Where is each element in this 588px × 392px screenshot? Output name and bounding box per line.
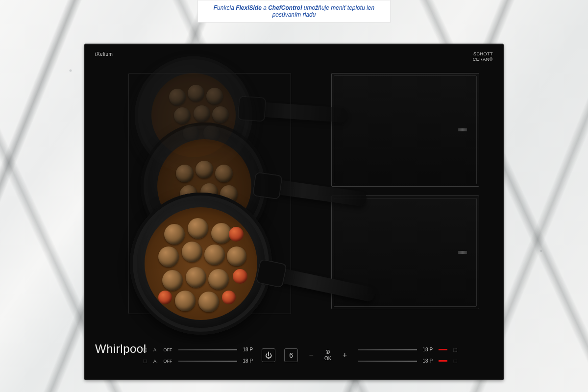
zone-indicator-icon: ⬚ [143, 347, 147, 352]
meatball [182, 242, 202, 262]
meatball [186, 267, 206, 288]
meatball [206, 88, 223, 104]
right-zone-readout: 18 P ⬚ 18 P ⬚ [358, 347, 458, 364]
power-slider[interactable] [358, 349, 417, 350]
zone-indicator-icon: ⬚ [143, 359, 147, 364]
meatball [198, 292, 219, 312]
meatball [196, 161, 213, 178]
corner-label-ixelium: iXelium [95, 51, 113, 57]
power-slider[interactable] [358, 361, 417, 362]
meatball [169, 89, 186, 105]
feature-caption: Funkcia FlexiSide a ChefControl umožňuje… [197, 0, 391, 23]
meatball [194, 105, 210, 122]
control-panel: ⬚ A. OFF 18 P ⬚ A. OFF 18 P ⏻ 6 − ⦿ [143, 338, 489, 372]
zone-indicator-icon: ⬚ [453, 347, 458, 352]
cherry-tomato [233, 269, 247, 284]
plus-button[interactable]: + [341, 351, 349, 360]
meatball [188, 85, 204, 101]
meatball [227, 246, 246, 266]
meatball [204, 245, 225, 265]
zone-bridge-icon [458, 251, 467, 254]
sixth-sense-button[interactable]: 6 [284, 348, 298, 362]
meatball [158, 246, 179, 267]
minus-button[interactable]: − [307, 351, 316, 360]
power-digit-bottom: A. [153, 359, 158, 364]
caption-bold-chefcontrol: ChefControl [268, 4, 302, 11]
meatball [176, 165, 194, 182]
power-level-bar [439, 360, 447, 362]
power-slider[interactable] [178, 361, 237, 362]
meatball [215, 165, 233, 182]
power-max-label: 18 P [243, 358, 253, 364]
cherry-tomato [229, 227, 244, 242]
off-label: OFF [164, 347, 172, 352]
timer-icon: ⦿ [325, 349, 330, 355]
meatball [174, 107, 191, 124]
right-zone-top [331, 73, 479, 187]
power-button[interactable]: ⏻ [262, 348, 275, 362]
meatball [188, 218, 208, 239]
meatball [164, 224, 185, 245]
caption-bold-flexiside: FlexiSide [236, 4, 262, 11]
stage: Funkcia FlexiSide a ChefControl umožňuje… [0, 0, 588, 392]
meatball [162, 270, 183, 291]
left-zone-readout: ⬚ A. OFF 18 P ⬚ A. OFF 18 P [143, 347, 253, 364]
power-max-label: 18 P [423, 358, 433, 364]
cherry-tomato [222, 291, 236, 304]
power-slider[interactable] [178, 349, 237, 350]
brand-logo-whirlpool: Whirlpool [95, 342, 147, 356]
pan-front [130, 193, 272, 335]
meatball [208, 269, 229, 290]
corner-label-schott-ceran: SCHOTT CERAN® [473, 51, 493, 62]
off-label: OFF [164, 359, 172, 364]
meatball [212, 106, 229, 123]
ok-button[interactable]: OK [324, 356, 331, 361]
power-level-bar [439, 349, 447, 350]
meatball [175, 291, 196, 311]
zone-indicator-icon: ⬚ [453, 359, 458, 364]
caption-mid: a [263, 4, 268, 11]
schott-line1: SCHOTT [473, 51, 493, 56]
power-max-label: 18 P [423, 347, 433, 352]
schott-line2: CERAN® [473, 57, 493, 62]
power-digit-top: A. [153, 347, 158, 352]
caption-prefix: Funkcia [214, 4, 236, 11]
zone-bridge-icon [458, 128, 467, 131]
power-max-label: 18 P [243, 347, 253, 352]
cherry-tomato [158, 291, 172, 304]
